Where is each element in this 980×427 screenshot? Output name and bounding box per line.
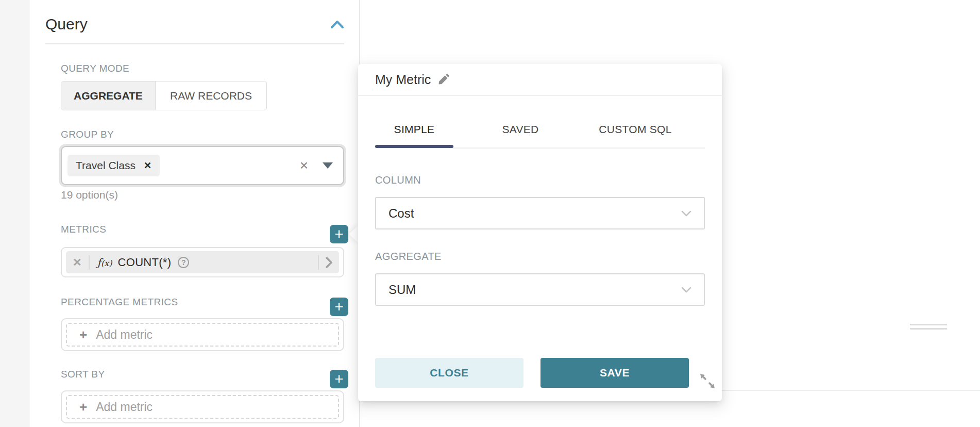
edit-pencil-icon[interactable] (437, 74, 449, 86)
help-icon[interactable]: ? (178, 257, 189, 268)
active-tab-indicator (375, 145, 453, 148)
section-divider (45, 43, 344, 44)
panel-drag-handle[interactable] (910, 324, 947, 330)
caret-down-icon[interactable] (323, 162, 333, 169)
column-select[interactable]: Cost (375, 197, 705, 229)
group-by-options-hint: 19 option(s) (61, 189, 118, 201)
metric-remove-icon[interactable]: ✕ (66, 256, 89, 269)
resize-icon[interactable] (699, 372, 716, 390)
aggregate-select[interactable]: SUM (375, 273, 705, 306)
percentage-metrics-container: + Add metric (61, 318, 344, 351)
left-gutter (0, 0, 30, 427)
group-by-tag[interactable]: Travel Class ✕ (67, 155, 160, 176)
save-button[interactable]: SAVE (540, 358, 689, 388)
query-section-title: Query (45, 15, 88, 33)
metrics-container: ✕ ƒ(x) COUNT(*) ? (61, 247, 344, 277)
aggregate-select-value: SUM (388, 283, 416, 297)
query-mode-label: QUERY MODE (61, 63, 129, 74)
chart-builder-screen: Query QUERY MODE AGGREGATE RAW RECORDS G… (0, 0, 980, 427)
metric-value-label: COUNT(*) (118, 256, 172, 269)
metric-popover: My Metric SIMPLE SAVED CUSTOM SQL COLUMN… (358, 64, 722, 401)
group-by-select[interactable]: Travel Class ✕ × (61, 146, 344, 185)
tag-remove-icon[interactable]: ✕ (144, 160, 151, 171)
collapse-chevron-icon[interactable] (330, 20, 344, 29)
chart-area-divider (722, 390, 980, 391)
aggregate-label: AGGREGATE (375, 251, 442, 262)
percentage-metrics-label: PERCENTAGE METRICS (61, 297, 178, 308)
group-by-label: GROUP BY (61, 129, 114, 140)
pill-divider (89, 255, 90, 270)
add-plus-icon: + (79, 328, 87, 341)
query-mode-switch: AGGREGATE RAW RECORDS (61, 81, 267, 110)
metric-pill[interactable]: ✕ ƒ(x) COUNT(*) ? (66, 251, 339, 273)
add-percentage-metric-plus-button[interactable]: + (330, 298, 348, 316)
add-percentage-metric-button[interactable]: + Add metric (66, 323, 339, 347)
query-mode-aggregate-button[interactable]: AGGREGATE (61, 81, 156, 110)
add-plus-icon: + (79, 400, 87, 414)
sort-by-label: SORT BY (61, 369, 105, 380)
add-sort-by-plus-button[interactable]: + (330, 370, 348, 388)
clear-all-icon[interactable]: × (300, 158, 308, 173)
metric-name: My Metric (375, 72, 431, 87)
tab-saved[interactable]: SAVED (485, 122, 555, 137)
sort-by-container: + Add metric (61, 390, 344, 423)
add-sort-by-metric-button[interactable]: + Add metric (66, 395, 339, 419)
metric-expand-chevron-icon[interactable] (319, 256, 339, 269)
chevron-down-icon (681, 287, 691, 293)
chevron-down-icon (681, 210, 691, 217)
tab-custom-sql[interactable]: CUSTOM SQL (587, 122, 683, 137)
close-button[interactable]: CLOSE (375, 358, 523, 388)
popover-header: My Metric (358, 64, 722, 96)
function-icon: ƒ(x) (97, 256, 112, 269)
metrics-label: METRICS (61, 224, 106, 235)
tab-simple[interactable]: SIMPLE (375, 122, 453, 137)
query-section-header: Query (45, 11, 344, 37)
column-label: COLUMN (375, 174, 421, 186)
column-select-value: Cost (388, 206, 414, 221)
query-mode-raw-records-button[interactable]: RAW RECORDS (156, 81, 266, 110)
group-by-tag-label: Travel Class (76, 159, 136, 172)
add-metric-plus-button[interactable]: + (330, 225, 348, 243)
